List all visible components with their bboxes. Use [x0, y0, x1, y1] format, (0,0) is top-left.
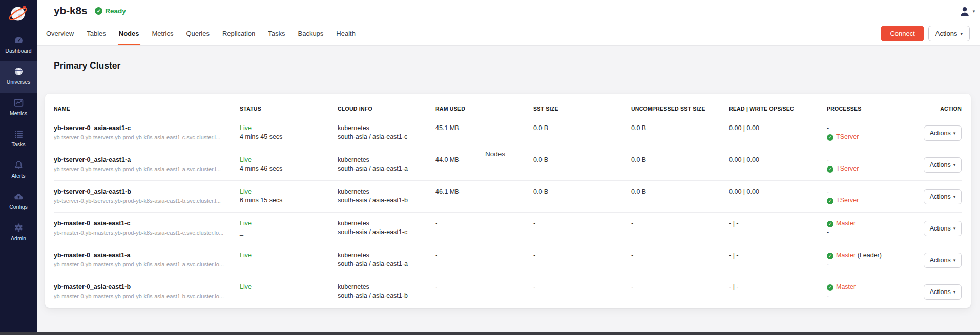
sidebar-item-tasks[interactable]: Tasks [0, 124, 37, 155]
user-avatar-icon [960, 6, 970, 17]
sidebar-item-universes[interactable]: Universes [0, 61, 37, 93]
process-line-2: ✓TServer [827, 164, 922, 173]
user-menu[interactable]: ▾ [954, 0, 980, 23]
row-actions-button[interactable]: Actions ▾ [924, 157, 962, 173]
node-read-write-ops: 0.00 | 0.00 [729, 156, 827, 180]
check-icon: ✓ [827, 284, 833, 291]
node-sst-size: - [533, 251, 631, 276]
process-line-2: - [827, 260, 922, 268]
node-provider: kubernetes [338, 219, 435, 228]
column-header-read-write: READ | WRITE OPS/SEC [729, 106, 827, 112]
process-line-1: - [827, 124, 922, 133]
node-ram: 44.0 MB [435, 156, 533, 180]
node-status: Live [240, 187, 338, 196]
sidebar-item-label: Metrics [10, 110, 27, 116]
node-uncompressed-sst-size: 0.0 B [631, 187, 729, 212]
process-name: Master [836, 252, 856, 259]
table-body: yb-tserver-0_asia-east1-c yb-tserver-0.y… [45, 117, 971, 307]
sidebar-item-label: Configs [9, 204, 28, 210]
process-role-suffix: (Leader) [856, 252, 882, 259]
table-row: yb-master-0_asia-east1-b yb-master-0.yb-… [54, 276, 962, 307]
sidebar-item-dashboard[interactable]: Dashboard [0, 30, 37, 61]
node-address: yb-tserver-0.yb-tservers.yb-prod-yb-k8s-… [54, 197, 237, 205]
tab-queries[interactable]: Queries [186, 22, 210, 45]
row-actions-button[interactable]: Actions ▾ [924, 221, 962, 236]
sidebar: Dashboard Universes Metrics Tasks [0, 0, 37, 335]
node-provider: kubernetes [338, 251, 435, 260]
sidebar-item-metrics[interactable]: Metrics [0, 93, 37, 124]
column-header-processes: PROCESSES [827, 106, 922, 112]
node-provider: kubernetes [338, 187, 435, 196]
process-line-2: - [827, 291, 922, 300]
column-header-action: ACTION [922, 106, 962, 112]
process-line-1: ✓Master [827, 283, 922, 291]
node-uncompressed-sst-size: - [631, 283, 729, 307]
node-status: Live [240, 251, 338, 260]
node-sst-size: - [533, 283, 631, 307]
caret-down-icon: ▾ [953, 289, 956, 295]
topbar: yb-k8s ✓ Ready ▾ Overview Tables Nodes M… [37, 0, 980, 46]
node-status: Live [240, 219, 338, 228]
node-uptime: _ [240, 228, 338, 237]
horizontal-scrollbar[interactable] [0, 332, 980, 335]
tab-health[interactable]: Health [336, 22, 356, 45]
row-actions-button[interactable]: Actions ▾ [924, 284, 962, 300]
row-actions-label: Actions [930, 288, 951, 296]
node-ram: - [435, 219, 533, 244]
tab-backups[interactable]: Backups [298, 22, 323, 45]
node-sst-size: 0.0 B [533, 156, 631, 180]
node-address: yb-tserver-0.yb-tservers.yb-prod-yb-k8s-… [54, 133, 237, 142]
node-region: south-asia / asia-east1-c [338, 228, 435, 237]
tab-tables[interactable]: Tables [87, 22, 106, 45]
tab-overview[interactable]: Overview [46, 22, 74, 45]
row-actions-button[interactable]: Actions ▾ [924, 125, 962, 141]
node-name: yb-master-0_asia-east1-c [54, 219, 240, 228]
node-uptime: 6 mins 15 secs [240, 196, 338, 205]
yugabyte-logo[interactable] [8, 3, 29, 24]
universe-status-label: Ready [105, 7, 126, 15]
tab-replication[interactable]: Replication [222, 22, 255, 45]
connect-button[interactable]: Connect [881, 26, 924, 41]
column-header-name: NAME [54, 106, 240, 112]
node-provider: kubernetes [338, 156, 435, 164]
page-title: Primary Cluster [54, 60, 120, 71]
node-name: yb-master-0_asia-east1-a [54, 251, 240, 260]
node-uncompressed-sst-size: - [631, 219, 729, 244]
node-read-write-ops: 0.00 | 0.00 [729, 187, 827, 212]
node-name: yb-master-0_asia-east1-b [54, 283, 240, 291]
check-icon: ✓ [827, 253, 833, 259]
table-row: yb-tserver-0_asia-east1-c yb-tserver-0.y… [54, 117, 962, 149]
dashboard-gauge-icon [14, 35, 24, 45]
process-line-2: - [827, 228, 922, 237]
alerts-bell-icon [14, 160, 24, 170]
node-status: Live [240, 156, 338, 164]
node-region: south-asia / asia-east1-b [338, 196, 435, 205]
node-address: yb-master-0.yb-masters.yb-prod-yb-k8s-as… [54, 292, 237, 301]
node-sst-size: 0.0 B [533, 124, 631, 149]
row-actions-label: Actions [930, 161, 951, 169]
column-header-ram-used: RAM USED [435, 106, 533, 112]
table-row: yb-tserver-0_asia-east1-b yb-tserver-0.y… [54, 180, 962, 212]
column-header-cloud-info: CLOUD INFO [338, 106, 435, 112]
column-header-status: STATUS [240, 106, 338, 112]
check-icon: ✓ [827, 221, 833, 227]
check-icon: ✓ [827, 166, 833, 173]
metrics-chart-icon [14, 98, 24, 108]
universe-actions-button[interactable]: Actions ▾ [928, 26, 970, 41]
node-uncompressed-sst-size: 0.0 B [631, 124, 729, 149]
tab-nodes[interactable]: Nodes [119, 22, 139, 45]
row-actions-button[interactable]: Actions ▾ [924, 189, 962, 204]
tab-tasks[interactable]: Tasks [268, 22, 285, 45]
sidebar-item-alerts[interactable]: Alerts [0, 155, 37, 186]
caret-down-icon: ▾ [973, 9, 975, 14]
row-actions-button[interactable]: Actions ▾ [924, 253, 962, 268]
app-window: Dashboard Universes Metrics Tasks [0, 0, 980, 335]
sidebar-item-label: Dashboard [5, 48, 31, 54]
table-row: yb-master-0_asia-east1-a yb-master-0.yb-… [54, 244, 962, 276]
node-read-write-ops: - | - [729, 283, 827, 307]
tab-metrics[interactable]: Metrics [152, 22, 174, 45]
sidebar-item-configs[interactable]: Configs [0, 186, 37, 218]
process-line-1: ✓Master (Leader) [827, 251, 922, 260]
sidebar-item-admin[interactable]: Admin [0, 218, 37, 249]
yugabyte-logo-icon [8, 3, 29, 24]
